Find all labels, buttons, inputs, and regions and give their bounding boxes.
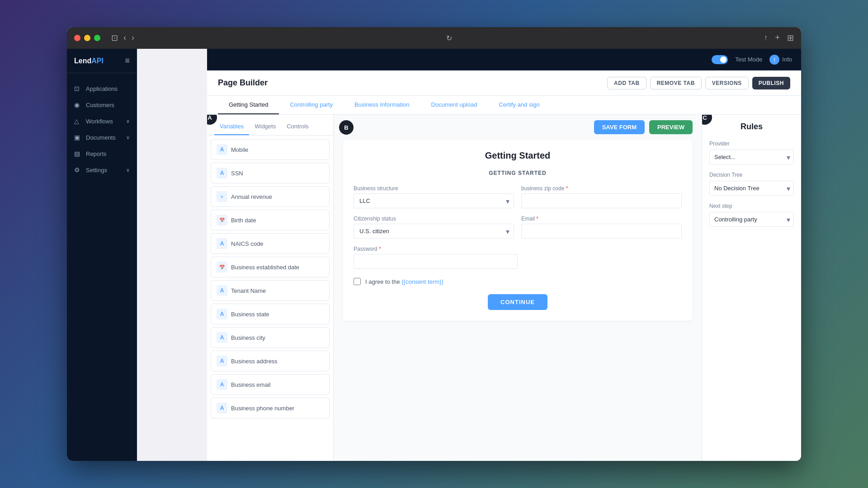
- field-label: business zip code *: [521, 185, 682, 192]
- customers-icon: ◉: [74, 101, 81, 108]
- close-button[interactable]: [74, 35, 80, 41]
- variable-birth-date[interactable]: 📅 Birth date: [211, 210, 330, 230]
- save-form-button[interactable]: SAVE FORM: [594, 120, 645, 134]
- consent-checkbox[interactable]: [354, 278, 361, 285]
- versions-button[interactable]: VERSIONS: [705, 77, 749, 89]
- remove-tab-button[interactable]: REMOVE TAB: [650, 77, 702, 89]
- chevron-down-icon: ∨: [126, 135, 130, 141]
- variable-icon: A: [217, 309, 227, 319]
- new-tab-icon[interactable]: +: [775, 33, 780, 43]
- page-title: Page Builder: [218, 78, 268, 88]
- browser-window: ⊡ ‹ › ↻ ↑ + ⊞ LendAPI ≡ ⊡ Applica: [67, 27, 801, 461]
- variable-business-phone-number[interactable]: A Business phone number: [211, 398, 330, 418]
- test-mode-toggle[interactable]: [712, 55, 728, 64]
- reload-icon[interactable]: ↻: [446, 34, 452, 42]
- topbar: Test Mode i Info: [207, 49, 801, 70]
- tab-controlling-party[interactable]: Controlling party: [279, 96, 344, 114]
- variable-business-address[interactable]: A Business address: [211, 351, 330, 371]
- address-bar: ↻: [140, 34, 758, 42]
- sidebar-item-customers[interactable]: ◉ Customers: [67, 97, 137, 113]
- variable-business-city[interactable]: A Business city: [211, 327, 330, 348]
- info-label: Info: [782, 56, 792, 63]
- info-button[interactable]: i Info: [769, 55, 792, 65]
- provider-label: Provider: [709, 141, 794, 147]
- tab-document-upload[interactable]: Document upload: [420, 96, 488, 114]
- field-citizenship-status: Citizenship status U.S. citizen: [354, 216, 514, 239]
- field-password: Password *: [354, 246, 682, 269]
- continue-button[interactable]: CONTINUE: [488, 294, 547, 310]
- sidebar-navigation: ⊡ Applications ◉ Customers △ Workflows ∨…: [67, 73, 137, 461]
- variable-icon: A: [217, 168, 227, 178]
- panel-b-form: B SAVE FORM PREVIEW Getting Started GETT…: [334, 115, 702, 461]
- variable-mobile[interactable]: A Mobile: [211, 139, 330, 160]
- next-step-select[interactable]: Controlling party: [709, 212, 794, 227]
- variable-label: SSN: [231, 170, 243, 177]
- sidebar-item-documents[interactable]: ▣ Documents ∨: [67, 129, 137, 145]
- field-label: Business structure: [354, 185, 514, 192]
- preview-button[interactable]: PREVIEW: [649, 120, 693, 134]
- publish-button[interactable]: PUBLISH: [752, 77, 790, 89]
- decision-tree-select[interactable]: No Decision Tree: [709, 181, 794, 196]
- variable-naics-code[interactable]: A NAICS code: [211, 233, 330, 254]
- required-indicator: *: [379, 246, 381, 252]
- sidebar-item-applications[interactable]: ⊡ Applications: [67, 80, 137, 97]
- panel-c-rules: C Rules Provider Select... Decision T: [702, 115, 801, 461]
- grid-icon[interactable]: ⊞: [787, 33, 794, 43]
- citizenship-select[interactable]: U.S. citizen: [354, 224, 514, 239]
- panels: A Variables Widgets Controls A Mobile: [207, 115, 801, 461]
- sidebar-item-settings[interactable]: ⚙ Settings ∨: [67, 162, 137, 178]
- business-zip-input[interactable]: [521, 193, 682, 208]
- page-builder-header: Page Builder ADD TAB REMOVE TAB VERSIONS…: [207, 70, 801, 96]
- applications-icon: ⊡: [74, 85, 81, 92]
- consent-row: I agree to the {{consent term}}: [354, 278, 682, 285]
- tab-controls[interactable]: Controls: [281, 118, 314, 135]
- rules-provider-section: Provider Select...: [709, 141, 794, 164]
- variable-business-email[interactable]: A Business email: [211, 374, 330, 395]
- business-structure-select[interactable]: LLC: [354, 193, 514, 208]
- share-icon[interactable]: ↑: [764, 33, 768, 43]
- variable-label: Tenant Name: [231, 287, 266, 294]
- variable-business-established-date[interactable]: 📅 Business established date: [211, 257, 330, 277]
- browser-nav: ⊡ ‹ ›: [111, 33, 134, 43]
- field-email: Email *: [521, 216, 682, 239]
- variable-icon: ≡: [217, 191, 227, 202]
- documents-icon: ▣: [74, 134, 81, 141]
- variable-annual-revenue[interactable]: ≡ Annual revenue: [211, 186, 330, 207]
- provider-select[interactable]: Select...: [709, 150, 794, 164]
- variable-label: Business address: [231, 358, 278, 365]
- add-tab-button[interactable]: ADD TAB: [607, 77, 646, 89]
- required-indicator: *: [566, 185, 568, 192]
- variable-icon: 📅: [217, 262, 227, 272]
- email-input[interactable]: [521, 224, 682, 239]
- variable-icon: A: [217, 379, 227, 390]
- tab-variables[interactable]: Variables: [214, 118, 249, 135]
- consent-text: I agree to the {{consent term}}: [365, 278, 443, 285]
- sidebar: LendAPI ≡ ⊡ Applications ◉ Customers △ W…: [67, 49, 137, 461]
- variable-tenant-name[interactable]: A Tenant Name: [211, 280, 330, 301]
- forward-icon[interactable]: ›: [132, 33, 134, 43]
- variable-ssn[interactable]: A SSN: [211, 163, 330, 183]
- hamburger-icon[interactable]: ≡: [125, 56, 130, 66]
- tab-getting-started[interactable]: Getting Started: [218, 96, 279, 114]
- sidebar-item-workflows[interactable]: △ Workflows ∨: [67, 113, 137, 129]
- tab-business-information[interactable]: Business Information: [344, 96, 420, 114]
- rules-title: Rules: [709, 122, 794, 131]
- reports-icon: ▤: [74, 150, 81, 157]
- tabs-bar: Getting Started Controlling party Busine…: [207, 96, 801, 115]
- tab-widgets[interactable]: Widgets: [249, 118, 281, 135]
- variable-business-state[interactable]: A Business state: [211, 304, 330, 324]
- maximize-button[interactable]: [94, 35, 100, 41]
- variable-label: Business email: [231, 381, 270, 388]
- variable-label: Birth date: [231, 217, 256, 224]
- back-icon[interactable]: ‹: [123, 33, 126, 43]
- variable-icon: A: [217, 332, 227, 343]
- form-row-2: Citizenship status U.S. citizen: [354, 216, 682, 239]
- variable-label: Mobile: [231, 146, 248, 153]
- sidebar-toggle-icon[interactable]: ⊡: [111, 33, 118, 43]
- password-input[interactable]: [354, 254, 518, 269]
- sidebar-item-label: Applications: [86, 85, 118, 92]
- variable-label: Business city: [231, 334, 265, 341]
- tab-certify-sign[interactable]: Certify and sign: [488, 96, 550, 114]
- sidebar-item-reports[interactable]: ▤ Reports: [67, 145, 137, 162]
- minimize-button[interactable]: [84, 35, 90, 41]
